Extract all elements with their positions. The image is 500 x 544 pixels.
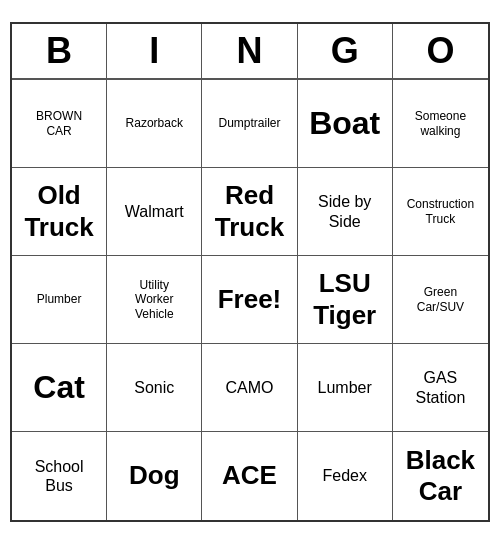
bingo-cell: LSUTiger: [298, 256, 393, 344]
bingo-cell-text: Razorback: [126, 116, 183, 130]
bingo-cell-text: Dog: [129, 460, 180, 491]
bingo-cell: ConstructionTruck: [393, 168, 488, 256]
bingo-cell: Free!: [202, 256, 297, 344]
bingo-cell: CAMO: [202, 344, 297, 432]
bingo-cell: SchoolBus: [12, 432, 107, 520]
bingo-cell-text: Plumber: [37, 292, 82, 306]
bingo-cell: Razorback: [107, 80, 202, 168]
bingo-header-letter: N: [202, 24, 297, 80]
bingo-header-letter: I: [107, 24, 202, 80]
bingo-cell: Dog: [107, 432, 202, 520]
bingo-cell: Cat: [12, 344, 107, 432]
bingo-cell-text: CAMO: [225, 378, 273, 397]
bingo-cell-text: LSUTiger: [313, 268, 376, 330]
bingo-cell-text: BROWNCAR: [36, 109, 82, 138]
bingo-cell-text: Side bySide: [318, 192, 371, 230]
bingo-header: BINGO: [12, 24, 488, 80]
bingo-cell: Walmart: [107, 168, 202, 256]
bingo-cell: OldTruck: [12, 168, 107, 256]
bingo-cell: RedTruck: [202, 168, 297, 256]
bingo-cell: Fedex: [298, 432, 393, 520]
bingo-grid: BROWNCARRazorbackDumptrailerBoatSomeonew…: [12, 80, 488, 520]
bingo-cell: BlackCar: [393, 432, 488, 520]
bingo-cell-text: ACE: [222, 460, 277, 491]
bingo-cell: Someonewalking: [393, 80, 488, 168]
bingo-cell-text: Cat: [33, 368, 85, 406]
bingo-cell-text: Someonewalking: [415, 109, 466, 138]
bingo-cell-text: Fedex: [322, 466, 366, 485]
bingo-cell: Dumptrailer: [202, 80, 297, 168]
bingo-cell: Plumber: [12, 256, 107, 344]
bingo-cell-text: Lumber: [318, 378, 372, 397]
bingo-cell: ACE: [202, 432, 297, 520]
bingo-cell-text: UtilityWorkerVehicle: [135, 278, 174, 321]
bingo-cell-text: OldTruck: [24, 180, 93, 242]
bingo-cell-text: RedTruck: [215, 180, 284, 242]
bingo-cell-text: GASStation: [415, 368, 465, 406]
bingo-cell-text: BlackCar: [406, 445, 475, 507]
bingo-cell-text: Boat: [309, 104, 380, 142]
bingo-cell-text: Dumptrailer: [218, 116, 280, 130]
bingo-header-letter: G: [298, 24, 393, 80]
bingo-card: BINGO BROWNCARRazorbackDumptrailerBoatSo…: [10, 22, 490, 522]
bingo-cell-text: SchoolBus: [35, 457, 84, 495]
bingo-cell-text: ConstructionTruck: [407, 197, 474, 226]
bingo-cell: Side bySide: [298, 168, 393, 256]
bingo-cell: Boat: [298, 80, 393, 168]
bingo-cell: GASStation: [393, 344, 488, 432]
bingo-cell-text: Free!: [218, 284, 282, 315]
bingo-cell: UtilityWorkerVehicle: [107, 256, 202, 344]
bingo-cell: GreenCar/SUV: [393, 256, 488, 344]
bingo-cell-text: Walmart: [125, 202, 184, 221]
bingo-cell-text: Sonic: [134, 378, 174, 397]
bingo-cell-text: GreenCar/SUV: [417, 285, 464, 314]
bingo-cell: Lumber: [298, 344, 393, 432]
bingo-header-letter: B: [12, 24, 107, 80]
bingo-cell: BROWNCAR: [12, 80, 107, 168]
bingo-cell: Sonic: [107, 344, 202, 432]
bingo-header-letter: O: [393, 24, 488, 80]
